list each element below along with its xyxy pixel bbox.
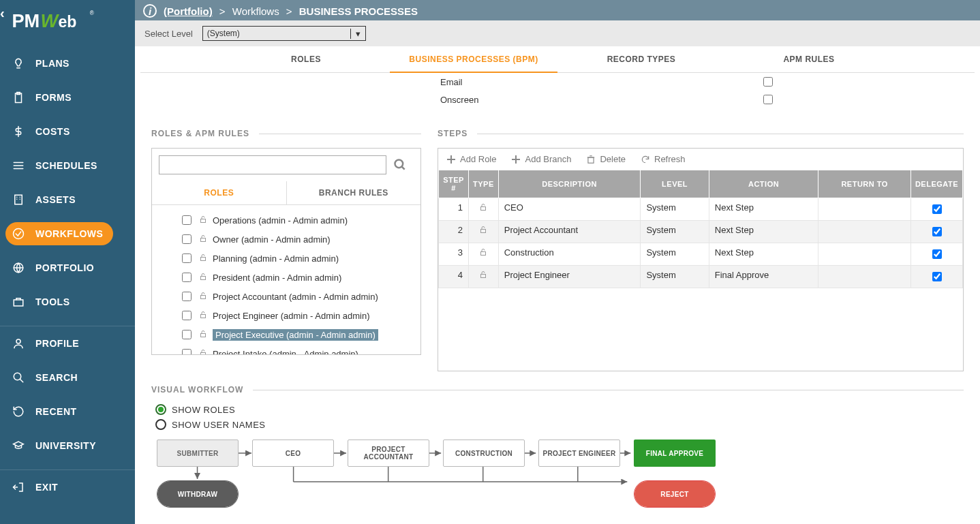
add-branch-button[interactable]: Add Branch: [511, 154, 571, 164]
step-row[interactable]: 3 Construction System Next Step: [439, 243, 963, 266]
role-item[interactable]: Project Intake (admin - Admin admin): [152, 344, 420, 354]
step-row[interactable]: 4 Project Engineer System Final Approve: [439, 266, 963, 288]
role-checkbox[interactable]: [182, 311, 192, 320]
info-icon[interactable]: i: [143, 4, 157, 18]
tab-apm-rules[interactable]: APM RULES: [725, 46, 893, 72]
sidebar-item-forms[interactable]: FORMS: [0, 80, 135, 114]
subtab-branch-rules[interactable]: BRANCH RULES: [287, 181, 421, 204]
sidebar-item-costs[interactable]: COSTS: [0, 114, 135, 149]
subtab-roles[interactable]: ROLES: [152, 181, 287, 204]
svg-rect-27: [201, 295, 206, 298]
tab-roles[interactable]: ROLES: [222, 46, 390, 72]
svg-point-18: [16, 339, 20, 343]
node-project-engineer[interactable]: PROJECT ENGINEER: [538, 440, 620, 467]
sidebar-item-search[interactable]: SEARCH: [0, 360, 135, 395]
breadcrumb-portfolio[interactable]: (Portfolio): [164, 5, 213, 17]
delegate-checkbox[interactable]: [932, 272, 942, 281]
roles-search-input[interactable]: [159, 155, 386, 174]
node-construction[interactable]: CONSTRUCTION: [443, 440, 525, 467]
role-name: Project Engineer (admin - Admin admin): [213, 311, 370, 321]
node-reject[interactable]: REJECT: [634, 480, 716, 508]
node-withdraw[interactable]: WITHDRAW: [157, 480, 239, 508]
step-return: [818, 198, 911, 221]
role-checkbox[interactable]: [182, 253, 192, 263]
role-list: Operations (admin - Admin admin)Owner (a…: [152, 204, 420, 354]
role-item[interactable]: Planning (admin - Admin admin): [152, 249, 420, 268]
role-checkbox[interactable]: [182, 349, 192, 354]
nav-secondary: PROFILESEARCHRECENTUNIVERSITY: [0, 326, 135, 463]
node-final-approve[interactable]: FINAL APPROVE: [634, 440, 716, 467]
role-item[interactable]: Operations (admin - Admin admin): [152, 211, 420, 230]
step-num: 4: [439, 266, 469, 288]
delegate-checkbox[interactable]: [932, 227, 942, 236]
role-item[interactable]: President (admin - Admin admin): [152, 268, 420, 287]
step-num: 1: [439, 198, 469, 221]
delegate-checkbox[interactable]: [932, 249, 942, 259]
node-submitter[interactable]: SUBMITTER: [157, 440, 239, 467]
step-action: Final Approve: [709, 266, 818, 288]
delete-button[interactable]: Delete: [586, 154, 626, 164]
sidebar-item-plans[interactable]: PLANS: [0, 46, 135, 80]
role-checkbox[interactable]: [182, 330, 192, 339]
svg-rect-23: [201, 219, 206, 222]
radio-show-users: [155, 419, 166, 430]
role-checkbox[interactable]: [182, 273, 192, 282]
notify-onscreen-checkbox[interactable]: [763, 95, 773, 104]
svg-rect-25: [201, 257, 206, 260]
search-icon: [10, 371, 27, 384]
tab-business-processes-bpm-[interactable]: BUSINESS PROCESSES (BPM): [390, 46, 557, 72]
svg-rect-28: [201, 314, 206, 318]
sidebar-item-exit[interactable]: EXIT: [0, 470, 135, 504]
role-checkbox[interactable]: [182, 234, 192, 244]
add-role-button[interactable]: Add Role: [446, 154, 496, 164]
sidebar-item-university[interactable]: UNIVERSITY: [0, 429, 135, 463]
content-body: Email Onscreen ROLES & APM RULES: [135, 73, 980, 524]
sidebar-item-recent[interactable]: RECENT: [0, 395, 135, 429]
role-item[interactable]: Project Executive (admin - Admin admin): [152, 325, 420, 344]
lock-icon: [199, 215, 207, 226]
role-name: Owner (admin - Admin admin): [213, 234, 331, 245]
sidebar-item-workflows[interactable]: WORKFLOWS: [0, 217, 135, 251]
role-name: Project Executive (admin - Admin admin): [213, 329, 378, 341]
notify-onscreen-label: Onscreen: [440, 95, 508, 105]
lightbulb-icon: [10, 57, 27, 70]
sidebar-item-portfolio[interactable]: PORTFOLIO: [0, 251, 135, 285]
tab-record-types[interactable]: RECORD TYPES: [557, 46, 725, 72]
role-checkbox[interactable]: [182, 292, 192, 301]
sidebar-item-schedules[interactable]: SCHEDULES: [0, 149, 135, 183]
show-usernames-option[interactable]: SHOW USER NAMES: [155, 419, 964, 430]
lock-icon: [199, 348, 207, 355]
show-roles-option[interactable]: SHOW ROLES: [155, 404, 964, 415]
roles-panel: ROLES BRANCH RULES Operations (admin - A…: [151, 148, 421, 355]
delegate-checkbox[interactable]: [932, 204, 942, 214]
sidebar-item-profile[interactable]: PROFILE: [0, 326, 135, 360]
node-ceo[interactable]: CEO: [252, 440, 334, 467]
step-row[interactable]: 2 Project Accountant System Next Step: [439, 221, 963, 243]
check-icon: [10, 228, 27, 240]
step-delegate: [910, 198, 962, 221]
notify-email-checkbox[interactable]: [763, 77, 773, 87]
refresh-icon: [641, 155, 650, 164]
sidebar-item-assets[interactable]: ASSETS: [0, 183, 135, 217]
refresh-button[interactable]: Refresh: [641, 154, 686, 164]
sidebar-item-tools[interactable]: TOOLS: [0, 285, 135, 319]
svg-line-22: [402, 167, 405, 170]
role-checkbox[interactable]: [182, 215, 192, 225]
title-bar: i (Portfolio) > Workflows > BUSINESS PRO…: [135, 0, 980, 20]
svg-rect-30: [201, 352, 206, 354]
level-select[interactable]: (System) ▾: [202, 26, 366, 41]
svg-rect-9: [15, 195, 22, 204]
sidebar-item-label: SCHEDULES: [35, 160, 97, 171]
step-delegate: [910, 243, 962, 266]
role-item[interactable]: Owner (admin - Admin admin): [152, 230, 420, 249]
node-project-accountant[interactable]: PROJECT ACCOUNTANT: [348, 440, 429, 467]
back-chevron-icon[interactable]: ‹: [0, 5, 5, 21]
step-row[interactable]: 1 CEO System Next Step: [439, 198, 963, 221]
search-icon[interactable]: [386, 155, 414, 174]
role-item[interactable]: Project Engineer (admin - Admin admin): [152, 306, 420, 325]
svg-text:W: W: [41, 10, 60, 31]
svg-rect-40: [481, 230, 486, 233]
bars-icon: [10, 159, 27, 172]
role-item[interactable]: Project Accountant (admin - Admin admin): [152, 287, 420, 306]
steps-section-title: STEPS: [438, 129, 468, 138]
